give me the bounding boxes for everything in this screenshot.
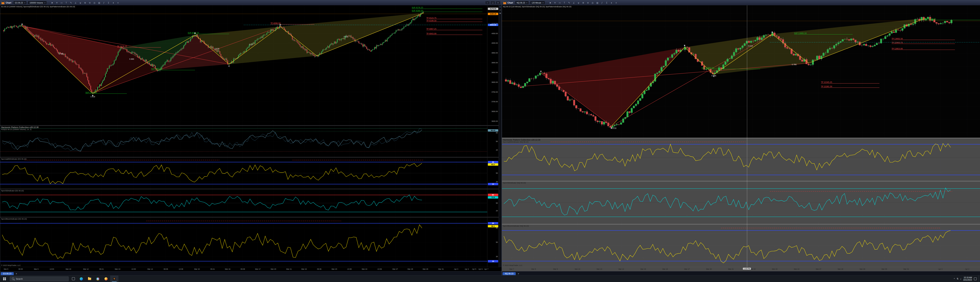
instrument-selector[interactable]: NQ 06-23▾ — [515, 1, 529, 5]
indicator-axis[interactable]: 8050208272.8 — [487, 189, 499, 217]
taskbar-app-file-explorer[interactable] — [86, 276, 94, 282]
fibonacci-icon[interactable]: φ — [78, 1, 83, 5]
crosshair-icon[interactable]: ✛ — [55, 1, 59, 5]
time-axis-label: 08:30 — [18, 268, 23, 270]
chart-window-right: Chart NQ 06-23▾ 120 Minute▾ ➤✛▭T✎∠φ⊕⊖◎▥ƒ… — [502, 0, 980, 275]
trend-line-icon[interactable]: ∠ — [572, 1, 576, 5]
alerts-icon[interactable]: ♦ — [609, 1, 614, 5]
crosshair-time-badge: 1:30 PM — [743, 268, 751, 270]
volume-icon[interactable]: ♪ — [960, 278, 961, 280]
region-select-icon[interactable]: ▭ — [558, 1, 562, 5]
snapshot-icon[interactable]: ◎ — [92, 1, 97, 5]
add-tab-button[interactable]: + — [516, 272, 520, 275]
fibonacci-icon[interactable]: φ — [576, 1, 581, 5]
indicator-plot[interactable]: Harmonic Pattern Collection v20.12.30RSI… — [0, 126, 487, 157]
add-tab-button[interactable]: + — [14, 272, 19, 275]
taskbar-search[interactable]: Search — [10, 277, 68, 281]
chart-app-icon — [2, 1, 5, 4]
indicator-plot[interactable]: hpoVZBoomIndicator (NQ 06-23) — [502, 225, 980, 267]
svg-text:TP 12345.25: TP 12345.25 — [821, 81, 832, 83]
task-view-button[interactable] — [69, 276, 77, 282]
text-tool-icon[interactable]: T — [64, 1, 68, 5]
indicator-plot[interactable]: hpoVODIndicator (ES 06-23) — [0, 189, 487, 217]
price-axis[interactable]: 4150.004100.004050.004000.003950.003900.… — [487, 5, 499, 125]
indicator-axis[interactable]: 8050209086.110 — [487, 217, 499, 267]
svg-text:SUP 12563.00: SUP 12563.00 — [702, 67, 714, 69]
zoom-out-icon[interactable]: ⊖ — [88, 1, 92, 5]
indicator-axis[interactable]: 8050208883.212 — [487, 158, 499, 189]
indicator-plot[interactable]: hpoVZBoomIndicator (ES 06-23) — [0, 217, 487, 267]
axis-value-badge: 4150.25 — [488, 13, 498, 15]
time-axis-label: Mar 13 — [597, 268, 602, 270]
start-button[interactable] — [0, 276, 9, 282]
strategy-icon[interactable]: Σ — [107, 1, 111, 5]
crosshair-lock-icon[interactable]: ✛ — [500, 9, 501, 11]
zoom-in-icon[interactable]: ⊕ — [83, 1, 87, 5]
action-center-icon[interactable] — [974, 277, 977, 280]
instrument-value: NQ 06-23 — [517, 2, 525, 4]
time-axis[interactable]: Mar 808:30Mar 913:03Mar 10Mar 1209:41Mar… — [0, 267, 501, 271]
snapshot-icon[interactable]: ◎ — [590, 1, 595, 5]
chart-trader-icon[interactable]: ≡ — [116, 1, 120, 5]
strategy-icon[interactable]: Σ — [605, 1, 609, 5]
interval-value: 100000 Volume — [29, 2, 43, 4]
time-axis-label: Mar 13 — [115, 268, 120, 270]
taskbar-app-firefox[interactable] — [102, 276, 110, 282]
chart-tab[interactable]: NQ 06-23 — [503, 272, 515, 275]
time-axis[interactable]: Mar 7Mar 8Mar 9Mar 10Mar 13Mar 14Mar 15M… — [502, 267, 980, 271]
trend-line-icon[interactable]: ∠ — [73, 1, 78, 5]
zoom-in-icon[interactable]: ⊕ — [581, 1, 585, 5]
draw-tool-icon[interactable]: ✎ — [69, 1, 73, 5]
minimize-button[interactable]: − — [485, 1, 490, 5]
chart-trader-icon[interactable]: ≡ — [614, 1, 618, 5]
region-select-icon[interactable]: ▭ — [59, 1, 64, 5]
tab-bar: ES 06-23 + — [0, 271, 501, 276]
svg-text:SUP 13302.00: SUP 13302.00 — [923, 18, 936, 20]
text-tool-icon[interactable]: T — [562, 1, 566, 5]
chevron-down-icon: ▾ — [527, 2, 527, 4]
taskbar-app-edge[interactable] — [77, 276, 86, 282]
crosshair-icon[interactable]: ✛ — [553, 1, 557, 5]
window-titlebar: Chart ES 06-23▾ 100000 Volume▾ ➤✛▭T✎∠φ⊕⊖… — [0, 0, 501, 5]
show-desktop-button[interactable] — [978, 276, 980, 282]
interval-selector[interactable]: 120 Minute▾ — [530, 1, 545, 5]
network-icon[interactable]: ⇅ — [957, 277, 958, 280]
svg-text:TP 4043.00: TP 4043.00 — [426, 33, 436, 35]
panel-arrows-icon[interactable]: ≪ — [500, 6, 501, 8]
layout-grid-icon[interactable]: ▦ — [500, 12, 501, 14]
taskbar-app-ninjatrader[interactable]: N — [110, 276, 118, 282]
svg-text:SUP 3862.00: SUP 3862.00 — [151, 68, 162, 70]
bar-type-icon[interactable]: ▥ — [595, 1, 600, 5]
svg-text:SUP 3741.50: SUP 3741.50 — [86, 92, 97, 93]
price-plot[interactable]: SUP 13302.00SUP 13085.50SUP 12563.00TP 1… — [502, 5, 980, 138]
tray-expand-icon[interactable]: ^ — [954, 278, 955, 280]
nt-icon: N — [113, 277, 116, 280]
cursor-icon[interactable]: ➤ — [548, 1, 552, 5]
indicators-icon[interactable]: ƒ — [600, 1, 604, 5]
indicator-axis[interactable]: 80502088.43 — [487, 126, 499, 157]
svg-text:TP 4096.50: TP 4096.50 — [270, 22, 280, 24]
firefox-icon — [105, 277, 108, 280]
instrument-selector[interactable]: ES 06-23▾ — [13, 1, 27, 5]
indicators-icon[interactable]: ƒ — [102, 1, 106, 5]
zoom-out-icon[interactable]: ⊖ — [586, 1, 590, 5]
time-axis-label: Apr 4 — [465, 268, 469, 270]
cursor-icon[interactable]: ➤ — [50, 1, 54, 5]
window-controls: − □ × — [485, 1, 500, 5]
maximize-button[interactable]: □ — [490, 1, 495, 5]
time-axis-label: Mar 21 — [286, 268, 292, 270]
taskbar-clock[interactable]: 10:18 AM 3/31/2023 — [963, 277, 972, 281]
axis-tick-label: 50 — [496, 241, 498, 243]
indicator-plot[interactable]: Harmonic Pattern Collection v20.12.30hpo… — [502, 138, 980, 181]
interval-selector[interactable]: 100000 Volume▾ — [28, 1, 47, 5]
close-button[interactable]: × — [496, 1, 500, 5]
bar-type-icon[interactable]: ▥ — [97, 1, 101, 5]
indicator-plot[interactable]: hpoVODIndicator (NQ 06-23) — [502, 182, 980, 224]
chart-tab[interactable]: ES 06-23 — [1, 272, 14, 275]
taskbar-app-chrome[interactable] — [94, 276, 102, 282]
price-plot[interactable]: SUP 4176.25SUP 4160.50SUP 4047.25SUP 386… — [0, 5, 487, 125]
alerts-icon[interactable]: ♦ — [111, 1, 115, 5]
time-axis-label: Mar 10 — [66, 268, 71, 270]
indicator-plot[interactable]: hpoAmplDDIndicator (ES 06-23) — [0, 158, 487, 189]
draw-tool-icon[interactable]: ✎ — [567, 1, 571, 5]
